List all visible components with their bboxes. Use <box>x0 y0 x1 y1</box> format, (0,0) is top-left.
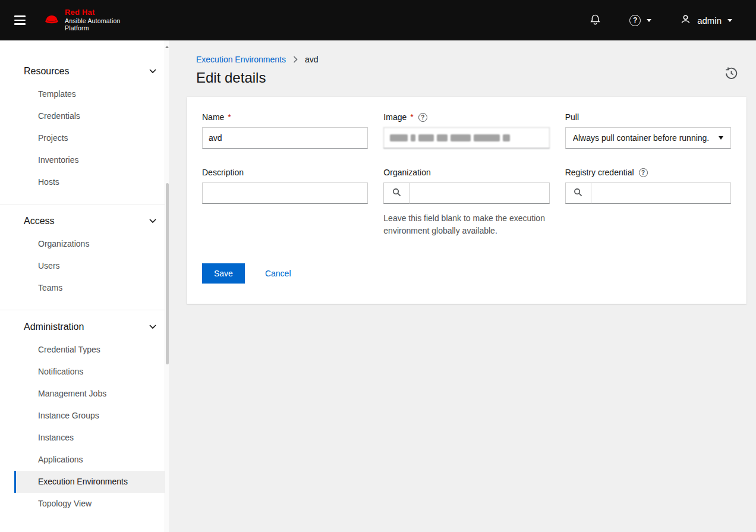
page-title: Edit details <box>196 70 737 86</box>
organization-label: Organization <box>383 168 430 177</box>
username-label: admin <box>697 15 722 26</box>
description-label: Description <box>202 168 244 177</box>
sidebar-item-instance-groups[interactable]: Instance Groups <box>14 405 165 427</box>
main-content: Execution Environments avd Edit details <box>169 40 756 532</box>
sidebar-item-credentials[interactable]: Credentials <box>14 105 165 127</box>
brand-logo: Red Hat Ansible Automation Platform <box>44 8 121 32</box>
sidebar-item-users[interactable]: Users <box>14 255 165 277</box>
pull-label: Pull <box>565 112 579 122</box>
search-icon <box>574 188 582 199</box>
nav-group-label: Administration <box>24 322 84 332</box>
chevron-down-icon <box>149 325 156 329</box>
brand-product-line1: Ansible Automation <box>65 17 121 24</box>
redhat-hat-icon <box>44 14 59 27</box>
breadcrumb: Execution Environments avd <box>196 55 737 64</box>
sidebar-item-projects[interactable]: Projects <box>14 127 165 149</box>
sidebar-scrollbar <box>165 40 169 532</box>
bell-icon <box>590 14 601 27</box>
nav-group-administration-toggle[interactable]: Administration <box>0 315 165 339</box>
help-menu-button[interactable]: ? <box>629 15 651 26</box>
image-input[interactable] <box>383 127 549 149</box>
registry-credential-help-icon[interactable]: ? <box>639 168 648 177</box>
nav-group-access: Access Organizations Users Teams <box>0 204 165 307</box>
user-icon <box>680 14 691 27</box>
organization-field: Organization Leave this field blank to m… <box>383 168 549 237</box>
sidebar-item-notifications[interactable]: Notifications <box>14 361 165 383</box>
sidebar-item-templates[interactable]: Templates <box>14 83 165 105</box>
caret-down-icon <box>719 136 723 140</box>
nav-group-resources-toggle[interactable]: Resources <box>0 59 165 83</box>
nav-group-label: Access <box>24 216 55 226</box>
pull-select[interactable]: Always pull container before running. <box>565 127 731 149</box>
image-label: Image <box>383 112 407 122</box>
nav-toggle-icon[interactable] <box>14 14 31 27</box>
nav-group-label: Resources <box>24 66 69 77</box>
required-asterisk: * <box>410 112 413 122</box>
edit-details-card: Name * Image * ? <box>187 97 746 304</box>
breadcrumb-current: avd <box>305 55 319 64</box>
sidebar-nav: Resources Templates Credentials Projects… <box>0 40 169 532</box>
required-asterisk: * <box>228 112 231 122</box>
sidebar-item-organizations[interactable]: Organizations <box>14 233 165 255</box>
sidebar-item-management-jobs[interactable]: Management Jobs <box>14 383 165 405</box>
nav-group-access-toggle[interactable]: Access <box>0 209 165 233</box>
nav-group-resources: Resources Templates Credentials Projects… <box>0 59 165 202</box>
image-field: Image * ? <box>383 112 549 149</box>
description-input[interactable] <box>202 182 368 204</box>
nav-group-administration: Administration Credential Types Notifica… <box>0 310 165 523</box>
registry-credential-field: Registry credential ? <box>565 168 731 237</box>
image-help-icon[interactable]: ? <box>418 113 427 122</box>
sidebar-item-instances[interactable]: Instances <box>14 427 165 449</box>
top-navbar: Red Hat Ansible Automation Platform ? <box>0 0 756 40</box>
history-icon[interactable] <box>724 67 738 80</box>
pull-selected-value: Always pull container before running. <box>573 133 713 143</box>
sidebar-item-credential-types[interactable]: Credential Types <box>14 339 165 361</box>
sidebar-item-inventories[interactable]: Inventories <box>14 149 165 171</box>
chevron-right-icon <box>293 56 298 63</box>
sidebar-item-execution-environments[interactable]: Execution Environments <box>14 471 165 493</box>
chevron-down-icon <box>647 19 651 22</box>
name-field: Name * <box>202 112 368 149</box>
breadcrumb-execution-environments-link[interactable]: Execution Environments <box>196 55 286 64</box>
sidebar-item-topology-view[interactable]: Topology View <box>14 493 165 515</box>
registry-credential-label: Registry credential <box>565 168 634 177</box>
organization-input[interactable] <box>410 182 549 204</box>
organization-helper-text: Leave this field blank to make the execu… <box>383 212 549 237</box>
brand-name: Red Hat <box>65 8 121 17</box>
registry-credential-input[interactable] <box>591 182 731 204</box>
cancel-button[interactable]: Cancel <box>256 263 301 284</box>
sidebar-item-applications[interactable]: Applications <box>14 449 165 471</box>
name-input[interactable] <box>202 127 368 149</box>
organization-search-button[interactable] <box>383 182 410 204</box>
registry-credential-search-button[interactable] <box>565 182 591 204</box>
chevron-down-icon <box>727 19 732 22</box>
description-field: Description <box>202 168 368 237</box>
name-label: Name <box>202 112 224 122</box>
chevron-down-icon <box>149 69 156 74</box>
sidebar-item-hosts[interactable]: Hosts <box>14 171 165 193</box>
brand-product-line2: Platform <box>65 24 121 32</box>
sidebar-item-teams[interactable]: Teams <box>14 277 165 299</box>
save-button[interactable]: Save <box>202 263 245 284</box>
form-actions: Save Cancel <box>202 263 731 284</box>
notifications-button[interactable] <box>590 14 601 27</box>
pull-field: Pull Always pull container before runnin… <box>565 112 731 149</box>
chevron-down-icon <box>149 219 156 223</box>
help-icon: ? <box>629 15 641 26</box>
search-icon <box>392 188 401 199</box>
user-menu-button[interactable]: admin <box>680 14 732 27</box>
